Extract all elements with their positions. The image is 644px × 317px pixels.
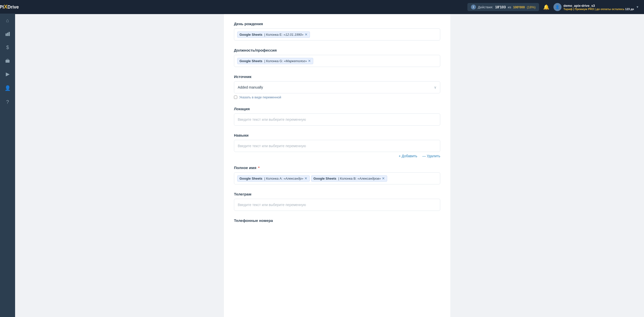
avatar: 👤 (553, 3, 561, 11)
info-icon: i (471, 5, 476, 10)
skills-remove-button[interactable]: — Удалить (422, 154, 440, 158)
sidebar-item-home[interactable]: ⌂ (0, 14, 15, 27)
sidebar-item-help[interactable]: ? (0, 95, 15, 109)
actions-percent: (18%) (527, 5, 536, 9)
skills-label: Навыки (234, 133, 440, 137)
sidebar: APIXDrive ⌂ $ ▶ 👤 ? (0, 0, 15, 317)
source-checkbox-label[interactable]: Указать в виде переменной (239, 95, 281, 99)
skills-add-button[interactable]: + Добавить (399, 154, 417, 158)
form-area: День рождения Google Sheets | Колонка E:… (224, 14, 450, 317)
svg-rect-2 (9, 32, 10, 36)
telegram-section: Телеграм (234, 192, 440, 211)
birthday-tag-close[interactable]: ✕ (305, 33, 308, 36)
chevron-down-icon: ▼ (636, 5, 639, 9)
required-marker: * (258, 166, 260, 170)
phones-label: Телефонные номера (234, 218, 440, 223)
source-variable-checkbox[interactable] (234, 96, 237, 99)
location-label: Локация (234, 107, 440, 111)
phones-section: Телефонные номера (234, 218, 440, 223)
birthday-tag-box[interactable]: Google Sheets | Колонка E: «12.01.1990» … (234, 28, 440, 41)
plan-info: Тариф | Премиум PRO | до оплаты осталось… (564, 8, 634, 11)
source-value: Added manually (238, 85, 263, 89)
fullname-tag1-close[interactable]: ✕ (304, 177, 307, 180)
skills-input[interactable] (234, 140, 440, 152)
birthday-label: День рождения (234, 22, 440, 26)
sidebar-item-youtube[interactable]: ▶ (0, 67, 15, 81)
logo[interactable]: APIXDrive (0, 0, 15, 14)
telegram-input[interactable] (234, 199, 440, 211)
source-dropdown[interactable]: Added manually ∨ (234, 81, 440, 93)
location-input[interactable] (234, 113, 440, 126)
sidebar-item-billing[interactable]: $ (0, 41, 15, 54)
telegram-label: Телеграм (234, 192, 440, 196)
skills-section: Навыки + Добавить — Удалить (234, 133, 440, 158)
profession-section: Должность/профессия Google Sheets | Коло… (234, 48, 440, 67)
main-content: День рождения Google Sheets | Колонка E:… (30, 14, 644, 317)
actions-separator: из (508, 5, 511, 9)
actions-counter: i Действия: 18'103 из 100'000 (18%) (467, 3, 539, 11)
birthday-section: День рождения Google Sheets | Колонка E:… (234, 22, 440, 41)
profession-tag-1: Google Sheets | Колонка G: «Маркетолог» … (237, 58, 313, 64)
fullname-tag-1: Google Sheets | Колонка А: «Александр» ✕ (237, 175, 310, 182)
chevron-down-icon: ∨ (434, 85, 436, 89)
source-checkbox-row: Указать в виде переменной (234, 95, 440, 99)
topbar: i Действия: 18'103 из 100'000 (18%) 🔔 👤 … (15, 0, 644, 14)
actions-count: 18'103 (495, 5, 506, 9)
sidebar-item-user[interactable]: 👤 (0, 81, 15, 95)
bell-icon[interactable]: 🔔 (543, 4, 549, 10)
svg-rect-3 (6, 60, 10, 63)
fullname-label: Полное имя * (234, 166, 440, 170)
actions-total: 100'000 (513, 5, 525, 9)
profession-label: Должность/профессия (234, 48, 440, 52)
fullname-tag2-close[interactable]: ✕ (382, 177, 385, 180)
source-section: Источник Added manually ∨ Указать в виде… (234, 74, 440, 99)
sidebar-item-diagram[interactable] (0, 27, 15, 41)
source-label: Источник (234, 74, 440, 79)
profession-tag-box[interactable]: Google Sheets | Колонка G: «Маркетолог» … (234, 55, 440, 67)
svg-rect-0 (6, 33, 7, 36)
location-section: Локация (234, 107, 440, 126)
svg-rect-1 (7, 33, 8, 36)
profession-tag-close[interactable]: ✕ (308, 59, 311, 63)
fullname-section: Полное имя * Google Sheets | Колонка А: … (234, 166, 440, 184)
fullname-tag-box[interactable]: Google Sheets | Колонка А: «Александр» ✕… (234, 172, 440, 184)
actions-label: Действия: (478, 5, 493, 9)
skills-actions: + Добавить — Удалить (234, 154, 440, 158)
user-menu[interactable]: 👤 demo_apix-drive_s3 Тариф | Премиум PRO… (553, 3, 639, 11)
birthday-tag-1: Google Sheets | Колонка E: «12.01.1990» … (237, 31, 310, 38)
username: demo_apix-drive_s3 (564, 4, 634, 8)
fullname-tag-2: Google Sheets | Колонка B: «Александров»… (311, 175, 387, 182)
sidebar-item-briefcase[interactable] (0, 54, 15, 67)
